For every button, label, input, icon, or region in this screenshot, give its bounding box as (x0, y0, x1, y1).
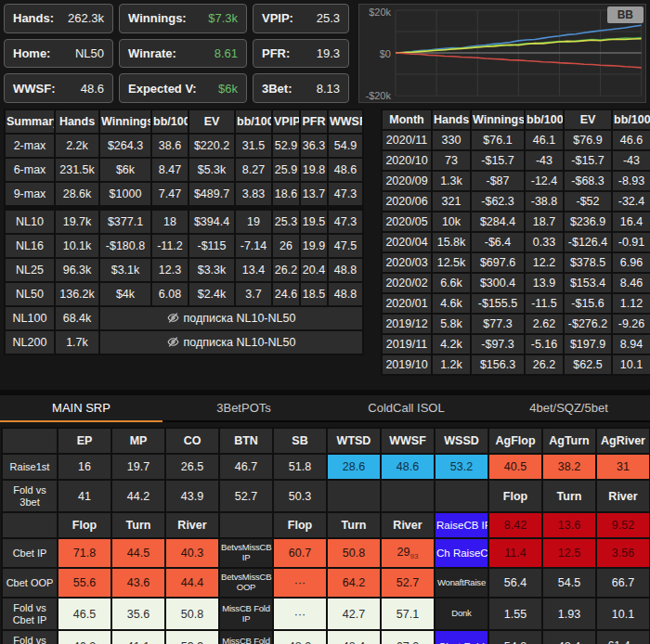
column-header: WSSD (436, 429, 488, 453)
column-header: CO (166, 429, 218, 453)
table-row: Cbet IP71.844.540.3BetvsMissCB IP60.750.… (3, 539, 649, 567)
table-row: NL1610.1k-$180.8-11.2-$115-7.142619.947.… (6, 235, 362, 257)
table-row: FlopTurnRiverFlopTurnRiverRaiseCB IP8.42… (3, 513, 649, 537)
column-header: Hands (56, 110, 98, 133)
table-cell: 50.8 (166, 599, 218, 629)
table-cell: 10.1 (613, 355, 650, 374)
stat-box-winrate: Winrate:8.61 (119, 39, 247, 69)
table-cell: -0.91 (613, 233, 650, 251)
table-cell: 55.6 (58, 569, 110, 597)
eye-off-icon (167, 336, 179, 348)
table-cell: 19.7k (56, 211, 98, 233)
table-cell: 50.3 (274, 481, 326, 511)
table-cell: WonaftRaise (436, 569, 488, 597)
row-label: 6-max (6, 159, 54, 181)
y-axis-tick: -$20k (361, 90, 391, 101)
table-cell: 46.5 (58, 599, 110, 629)
table-cell: 54.8 (489, 631, 541, 644)
table-cell: $300.4 (472, 274, 524, 292)
tab-main-srp[interactable]: MAIN SRP (0, 395, 162, 422)
table-cell: 28.6k (56, 183, 98, 205)
column-header: bb/100 (526, 110, 563, 129)
subscription-locked-cell[interactable]: подписка NL10-NL50 (100, 307, 362, 329)
table-cell: 10.1k (56, 235, 98, 257)
stat-label: Home: (13, 46, 50, 60)
table-cell: 13.9 (526, 274, 563, 292)
table-cell: 6.08 (152, 283, 188, 305)
table-cell: 1.7k (56, 331, 98, 354)
stat-label: Hands: (13, 11, 54, 25)
table-cell: 136.2k (56, 283, 98, 305)
column-header: BTN (220, 429, 272, 453)
table-cell: 64.2 (328, 569, 380, 597)
table-row: Raise1st1619.726.546.751.828.648.653.240… (3, 455, 649, 479)
row-label: Fold vs Cbet IP (3, 599, 57, 629)
table-cell: $3.1k (100, 259, 150, 281)
table-cell: 36.3 (301, 135, 327, 157)
table-cell: -38.8 (526, 192, 563, 211)
table-cell: 31 (597, 455, 649, 479)
table-cell: 2993 (382, 539, 434, 567)
stat-value: 262.3k (68, 11, 104, 25)
tab-coldcall-isol[interactable]: ColdCall ISOL (325, 395, 488, 422)
column-header: Summary (6, 110, 54, 133)
column-header: WTSD (328, 429, 380, 453)
table-cell: 57.1 (382, 599, 434, 629)
table-cell: 8.46 (613, 274, 650, 292)
table-cell: 53.2 (436, 455, 488, 479)
stat-box-vpip: VPIP:25.3 (253, 4, 349, 33)
table-cell: 330 (433, 131, 470, 149)
table-cell: 48.8 (329, 259, 362, 281)
table-cell: $220.2 (189, 135, 234, 157)
table-row: 2019/125.8k$77.32.62-$276.2-9.26 (383, 315, 650, 333)
table-cell: -43 (613, 151, 650, 170)
table-cell: 6.6k (433, 274, 470, 292)
column-header: River (597, 481, 649, 511)
row-label: 2020/06 (383, 192, 431, 211)
table-cell: 12.5k (433, 253, 470, 272)
tab-3betpots[interactable]: 3BetPOTs (162, 395, 325, 422)
table-cell: 26 (273, 235, 299, 257)
table-cell: 16.4 (613, 213, 650, 231)
bb-toggle-button[interactable]: BB (607, 6, 644, 23)
table-cell: 7.47 (152, 183, 188, 205)
table-cell: $378.5 (565, 253, 611, 272)
column-header: Winnings (472, 110, 524, 129)
table-cell: 48.6 (329, 159, 362, 181)
overview-stats: Hands:262.3k Winnings:$7.3k VPIP:25.3 Ho… (4, 4, 353, 103)
table-cell: 48.6 (382, 455, 434, 479)
table-cell: -$15.7 (565, 151, 611, 170)
subscription-locked-cell[interactable]: подписка NL10-NL50 (100, 331, 362, 354)
row-label: 2019/11 (383, 335, 431, 354)
table-cell: $153.4 (565, 274, 611, 292)
row-label: NL200 (6, 331, 54, 354)
table-cell: 13.7 (301, 183, 327, 205)
table-cell: 1.55 (489, 599, 541, 629)
row-label: NL50 (6, 283, 54, 305)
column-header: EV (565, 110, 611, 129)
table-row: NL50136.2k$4k6.08$2.4k3.724.618.548.8 (6, 283, 362, 305)
table-cell: Donk (436, 599, 488, 629)
table-cell: 46.7 (220, 455, 272, 479)
table-cell: 19.9 (301, 235, 327, 257)
table-cell: 13.4 (236, 259, 271, 281)
table-cell: 3.56 (597, 539, 649, 567)
row-label: 2020/01 (383, 294, 431, 313)
column-header: Turn (328, 513, 380, 537)
table-cell: 26.2 (526, 355, 563, 374)
table-row: 9-max28.6k$10007.47$489.73.8318.613.747.… (6, 183, 362, 205)
table-cell: 4.6k (433, 294, 470, 313)
table-cell: 54.9 (329, 135, 362, 157)
table-cell: 3.83 (236, 183, 271, 205)
tab-4bet-sqz-5bet[interactable]: 4bet/SQZ/5bet (488, 395, 650, 422)
table-cell: $3.3k (189, 259, 234, 281)
table-cell: 1.12 (613, 294, 650, 313)
table-row: NL2596.3k$3.1k12.3$3.3k13.426.220.448.8 (6, 259, 362, 281)
table-cell: 3.7 (236, 283, 271, 305)
table-cell: -$155.5 (472, 294, 524, 313)
table-cell: Ch RaiseCB (436, 539, 488, 567)
table-row: 2019/114.2k-$97.3-5.16$197.98.94 (383, 335, 650, 354)
table-cell: 68.4k (56, 307, 98, 329)
table-cell: -$15.6 (565, 294, 611, 313)
table-cell: 12.3 (152, 259, 188, 281)
